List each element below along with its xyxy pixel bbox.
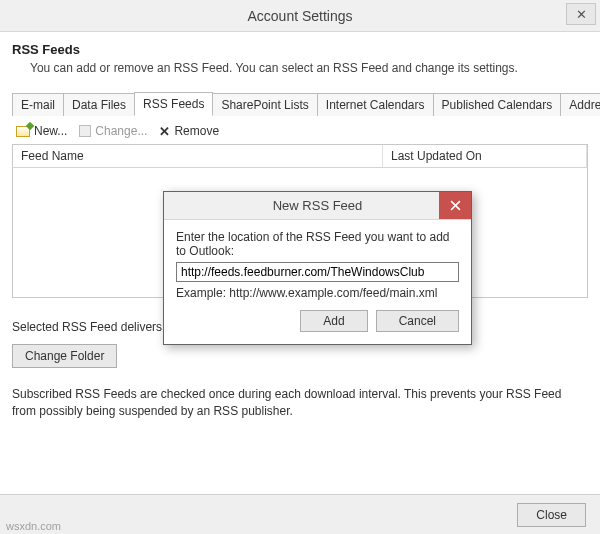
dialog-example: Example: http://www.example.com/feed/mai… [176,286,459,300]
close-icon [450,200,461,211]
tab-email[interactable]: E-mail [12,93,64,116]
remove-label: Remove [174,124,219,138]
watermark: wsxdn.com [6,520,61,532]
change-button[interactable]: Change... [79,124,147,138]
window-titlebar: Account Settings ✕ [0,0,600,32]
column-feed-name[interactable]: Feed Name [13,145,383,167]
change-icon [79,125,91,137]
info-paragraph: Subscribed RSS Feeds are checked once du… [12,386,588,420]
add-button[interactable]: Add [300,310,367,332]
dialog-bottom-bar: Close [0,494,600,534]
close-button[interactable]: Close [517,503,586,527]
column-last-updated[interactable]: Last Updated On [383,145,587,167]
window-close-button[interactable]: ✕ [566,3,596,25]
remove-icon: ✕ [159,125,170,138]
tab-sharepoint-lists[interactable]: SharePoint Lists [212,93,317,116]
list-header: Feed Name Last Updated On [12,144,588,168]
dialog-titlebar: New RSS Feed [164,192,471,220]
new-button[interactable]: New... [16,124,67,138]
cancel-button[interactable]: Cancel [376,310,459,332]
rss-url-input[interactable] [176,262,459,282]
new-icon [16,126,30,137]
section-subtitle: You can add or remove an RSS Feed. You c… [30,61,588,75]
new-rss-feed-dialog: New RSS Feed Enter the location of the R… [163,191,472,345]
tab-address-books[interactable]: Address Books [560,93,600,116]
dialog-close-button[interactable] [439,192,471,219]
tab-rss-feeds[interactable]: RSS Feeds [134,92,213,116]
tabstrip: E-mail Data Files RSS Feeds SharePoint L… [12,91,588,116]
dialog-title: New RSS Feed [273,198,363,213]
section-heading: RSS Feeds [12,42,588,57]
tab-data-files[interactable]: Data Files [63,93,135,116]
toolbar: New... Change... ✕ Remove [12,116,588,144]
tab-published-calendars[interactable]: Published Calendars [433,93,562,116]
window-title: Account Settings [247,8,352,24]
remove-button[interactable]: ✕ Remove [159,124,219,138]
tab-internet-calendars[interactable]: Internet Calendars [317,93,434,116]
change-folder-button[interactable]: Change Folder [12,344,117,368]
dialog-prompt: Enter the location of the RSS Feed you w… [176,230,459,258]
new-label: New... [34,124,67,138]
close-icon: ✕ [576,7,587,22]
change-label: Change... [95,124,147,138]
